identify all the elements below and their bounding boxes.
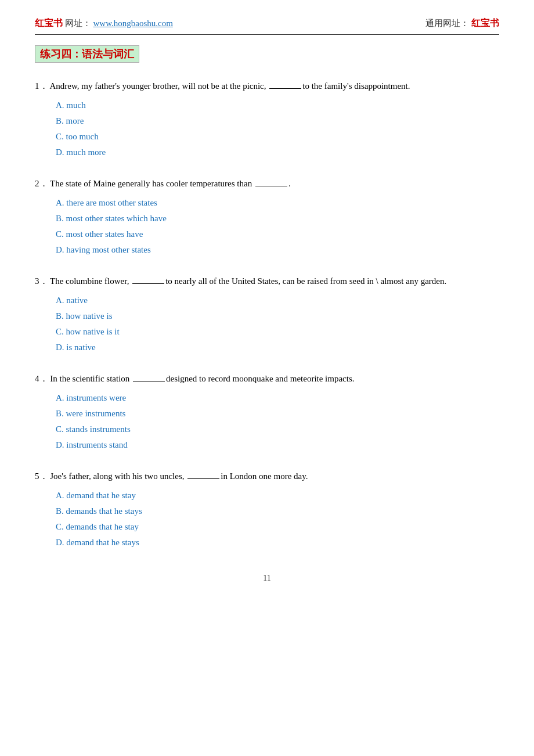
option-3-C[interactable]: C. how native is it <box>56 324 499 340</box>
options-1: A. muchB. moreC. too muchD. much more <box>35 98 499 160</box>
questions-container: 1． Andrew, my father's younger brother, … <box>35 79 499 550</box>
question-block-5: 5． Joe's father, along with his two uncl… <box>35 469 499 550</box>
option-2-B[interactable]: B. most other states which have <box>56 211 499 226</box>
option-5-C[interactable]: C. demands that he stay <box>56 519 499 535</box>
option-5-D[interactable]: D. demand that he stays <box>56 535 499 550</box>
question-text-3: 3． The columbine flower, to nearly all o… <box>35 274 499 288</box>
options-2: A. there are most other statesB. most ot… <box>35 195 499 258</box>
section-title: 练习四：语法与词汇 <box>35 45 139 63</box>
option-2-C[interactable]: C. most other states have <box>56 226 499 242</box>
header-label-right: 通用网址： <box>425 19 469 28</box>
brand-left: 红宝书 <box>35 18 63 28</box>
header-label-left: 网址： <box>65 19 91 28</box>
option-3-D[interactable]: D. is native <box>56 340 499 355</box>
option-5-A[interactable]: A. demand that he stay <box>56 488 499 503</box>
option-3-A[interactable]: A. native <box>56 293 499 308</box>
question-block-2: 2． The state of Maine generally has cool… <box>35 177 499 258</box>
option-2-A[interactable]: A. there are most other states <box>56 195 499 211</box>
options-5: A. demand that he stayB. demands that he… <box>35 488 499 550</box>
option-4-D[interactable]: D. instruments stand <box>56 437 499 453</box>
question-block-3: 3． The columbine flower, to nearly all o… <box>35 274 499 355</box>
page-number: 11 <box>35 574 499 583</box>
question-text-2: 2． The state of Maine generally has cool… <box>35 177 499 190</box>
option-5-B[interactable]: B. demands that he stays <box>56 503 499 519</box>
option-2-D[interactable]: D. having most other states <box>56 242 499 258</box>
answer-blank-3 <box>132 283 164 284</box>
options-3: A. nativeB. how native isC. how native i… <box>35 293 499 355</box>
header-url: www.hongbaoshu.com <box>93 19 173 28</box>
option-1-D[interactable]: D. much more <box>56 145 499 160</box>
options-4: A. instruments wereB. were instrumentsC.… <box>35 390 499 453</box>
answer-blank-2 <box>255 186 287 186</box>
option-4-C[interactable]: C. stands instruments <box>56 422 499 437</box>
answer-blank-5 <box>187 478 219 479</box>
brand-right: 红宝书 <box>471 18 499 28</box>
question-text-4: 4． In the scientific station designed to… <box>35 372 499 386</box>
header-left: 红宝书 网址： www.hongbaoshu.com <box>35 17 173 30</box>
page-header: 红宝书 网址： www.hongbaoshu.com 通用网址： 红宝书 <box>35 17 499 35</box>
option-1-B[interactable]: B. more <box>56 113 499 129</box>
question-block-4: 4． In the scientific station designed to… <box>35 372 499 453</box>
option-3-B[interactable]: B. how native is <box>56 308 499 324</box>
answer-blank-1 <box>269 88 301 89</box>
question-block-1: 1． Andrew, my father's younger brother, … <box>35 79 499 160</box>
header-right: 通用网址： 红宝书 <box>425 17 499 30</box>
question-text-1: 1． Andrew, my father's younger brother, … <box>35 79 499 93</box>
question-text-5: 5． Joe's father, along with his two uncl… <box>35 469 499 483</box>
answer-blank-4 <box>133 381 165 381</box>
option-1-A[interactable]: A. much <box>56 98 499 113</box>
option-4-B[interactable]: B. were instruments <box>56 406 499 422</box>
option-1-C[interactable]: C. too much <box>56 129 499 145</box>
option-4-A[interactable]: A. instruments were <box>56 390 499 406</box>
